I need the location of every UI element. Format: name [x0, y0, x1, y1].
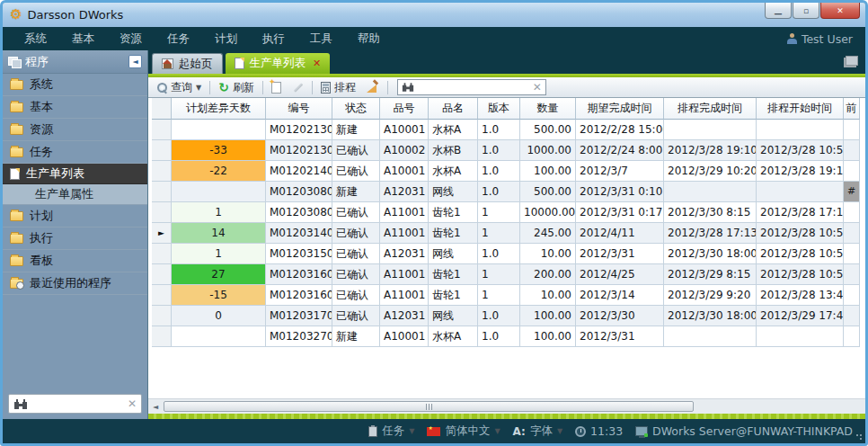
- table-row[interactable]: 1M012031501已确认A12031网线1.010.002012/3/312…: [152, 244, 860, 264]
- cell-version[interactable]: 1.0: [478, 120, 520, 140]
- row-selector[interactable]: [152, 264, 172, 285]
- query-button[interactable]: 查询 ▼: [154, 79, 204, 96]
- row-selector[interactable]: [152, 161, 172, 182]
- column-header-3[interactable]: 品号: [380, 98, 429, 120]
- cell-expect[interactable]: 2012/3/31: [576, 244, 664, 264]
- cell-expect[interactable]: 2012/3/31: [576, 326, 664, 347]
- column-header-7[interactable]: 期望完成时间: [576, 98, 664, 120]
- cell-item_no[interactable]: A11001: [380, 202, 429, 223]
- cell-flag[interactable]: [844, 244, 860, 264]
- sidebar-item-7[interactable]: 执行: [3, 227, 147, 250]
- table-row[interactable]: M012030801新建A12031网线1.0500.002012/3/31 0…: [152, 182, 860, 202]
- cell-sched_end[interactable]: [664, 120, 757, 140]
- toolbar-search-input[interactable]: [418, 82, 529, 93]
- row-selector[interactable]: [152, 202, 172, 223]
- cell-item_no[interactable]: A10001: [380, 326, 429, 347]
- refresh-button[interactable]: ↻ 刷新: [216, 79, 257, 96]
- cell-version[interactable]: 1.0: [478, 161, 520, 182]
- cell-expect[interactable]: 2012/2/24 8:00: [576, 140, 664, 161]
- current-row-indicator[interactable]: ►: [152, 223, 172, 244]
- column-header-6[interactable]: 数量: [520, 98, 576, 120]
- schedule-button[interactable]: 排程: [318, 79, 359, 96]
- cell-sched_end[interactable]: [664, 326, 757, 347]
- cell-code[interactable]: M012032701: [266, 326, 332, 347]
- cell-qty[interactable]: 200.00: [520, 264, 576, 285]
- cell-code[interactable]: M012021401: [266, 161, 332, 182]
- cell-qty[interactable]: 245.00: [520, 223, 576, 244]
- sidebar-item-0[interactable]: 系统: [3, 74, 147, 96]
- cell-item_name[interactable]: 齿轮1: [429, 223, 478, 244]
- cell-expect[interactable]: 2012/3/14: [576, 285, 664, 306]
- sidebar-item-5[interactable]: 生产单属性: [3, 184, 147, 205]
- sidebar-search-clear-icon[interactable]: ✕: [128, 397, 137, 410]
- cell-diff[interactable]: [172, 182, 266, 202]
- menu-item-5[interactable]: 执行: [250, 31, 297, 47]
- cell-diff[interactable]: -33: [172, 140, 266, 161]
- cell-item_name[interactable]: 水杯A: [429, 120, 478, 140]
- cell-flag[interactable]: [844, 140, 860, 161]
- scroll-left-icon[interactable]: ◄: [148, 403, 163, 411]
- cell-item_no[interactable]: A11001: [380, 285, 429, 306]
- tab-close-icon[interactable]: ✕: [313, 58, 321, 69]
- menu-item-3[interactable]: 任务: [155, 31, 202, 47]
- cell-flag[interactable]: [844, 223, 860, 244]
- cell-item_name[interactable]: 齿轮1: [429, 202, 478, 223]
- row-selector[interactable]: [152, 285, 172, 306]
- cell-status[interactable]: 已确认: [332, 202, 380, 223]
- status-font-menu[interactable]: A: 字体 ▼: [513, 424, 562, 439]
- cell-flag[interactable]: [844, 326, 860, 347]
- cell-item_no[interactable]: A12031: [380, 306, 429, 326]
- cell-sched_end[interactable]: [664, 182, 757, 202]
- cell-version[interactable]: 1.0: [478, 140, 520, 161]
- cell-diff[interactable]: -22: [172, 161, 266, 182]
- cell-code[interactable]: M012031602: [266, 285, 332, 306]
- sidebar-item-4[interactable]: 生产单列表: [3, 164, 147, 184]
- edit-button[interactable]: [289, 81, 306, 94]
- cell-code[interactable]: M012031701: [266, 306, 332, 326]
- cell-item_no[interactable]: A10001: [380, 120, 429, 140]
- cell-sched_end[interactable]: 2012/3/30 18:00: [664, 306, 757, 326]
- cell-sched_end[interactable]: 2012/3/28 19:10: [664, 140, 757, 161]
- cell-status[interactable]: 新建: [332, 120, 380, 140]
- cell-qty[interactable]: 10.00: [520, 285, 576, 306]
- cell-version[interactable]: 1.0: [478, 244, 520, 264]
- cell-code[interactable]: M012031402: [266, 223, 332, 244]
- column-header-8[interactable]: 排程完成时间: [664, 98, 757, 120]
- cell-status[interactable]: 已确认: [332, 223, 380, 244]
- table-row[interactable]: M012021301新建A10001水杯A1.0500.002012/2/28 …: [152, 120, 860, 140]
- cell-sched_start[interactable]: [757, 120, 844, 140]
- table-row[interactable]: 1M012030802已确认A11001齿轮1110000.002012/3/3…: [152, 202, 860, 223]
- cell-flag[interactable]: [844, 202, 860, 223]
- cell-version[interactable]: 1: [478, 264, 520, 285]
- column-header-9[interactable]: 排程开始时间: [757, 98, 844, 120]
- sidebar-item-6[interactable]: 计划: [3, 205, 147, 227]
- tab-production-order-list[interactable]: 生产单列表 ✕: [226, 53, 331, 74]
- table-row[interactable]: ►14M012031402已确认A11001齿轮11245.002012/4/1…: [152, 223, 860, 244]
- cell-diff[interactable]: -15: [172, 285, 266, 306]
- cell-code[interactable]: M012021302: [266, 140, 332, 161]
- toolbar-search-clear-icon[interactable]: ✕: [533, 81, 542, 94]
- column-header-1[interactable]: 编号: [266, 98, 332, 120]
- menu-item-4[interactable]: 计划: [202, 31, 250, 47]
- cell-item_name[interactable]: 齿轮1: [429, 285, 478, 306]
- sidebar-item-8[interactable]: 看板: [3, 250, 147, 272]
- cell-item_no[interactable]: A11001: [380, 264, 429, 285]
- cell-status[interactable]: 新建: [332, 326, 380, 347]
- row-selector[interactable]: [152, 326, 172, 347]
- table-row[interactable]: 0M012031701已确认A12031网线1.0100.002012/3/30…: [152, 306, 860, 326]
- maximize-button[interactable]: ▫: [793, 3, 819, 19]
- cell-flag[interactable]: [844, 264, 860, 285]
- cell-flag[interactable]: [844, 120, 860, 140]
- cell-sched_start[interactable]: [757, 326, 844, 347]
- row-selector[interactable]: [152, 140, 172, 161]
- cell-diff[interactable]: [172, 120, 266, 140]
- menu-item-1[interactable]: 基本: [59, 31, 107, 47]
- cell-version[interactable]: 1.0: [478, 326, 520, 347]
- float-window-icon[interactable]: [846, 56, 858, 66]
- horizontal-scrollbar[interactable]: ◄: [148, 398, 865, 414]
- menu-item-0[interactable]: 系统: [12, 31, 59, 47]
- cell-item_name[interactable]: 网线: [429, 306, 478, 326]
- cell-flag[interactable]: [844, 161, 860, 182]
- cell-expect[interactable]: 2012/4/25: [576, 264, 664, 285]
- cell-diff[interactable]: 1: [172, 244, 266, 264]
